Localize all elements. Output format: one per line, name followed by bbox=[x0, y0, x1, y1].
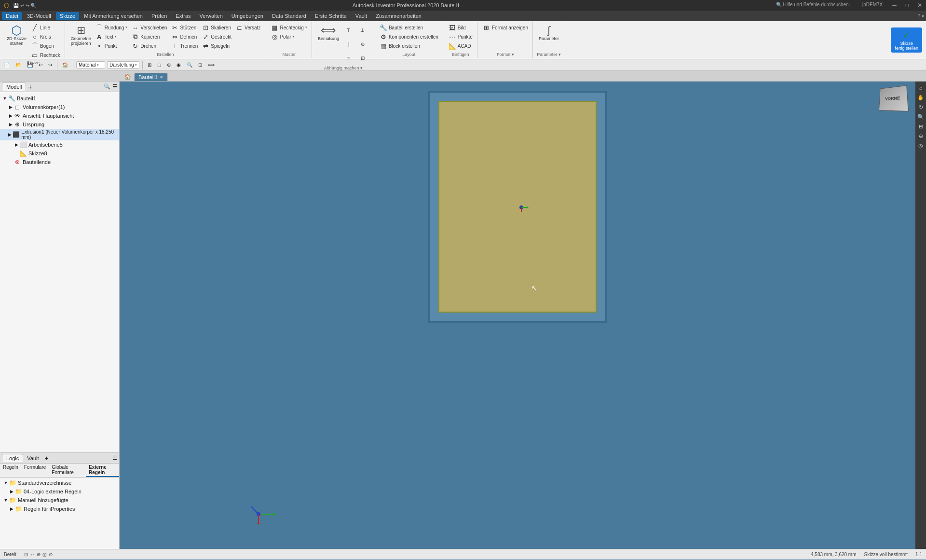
param-dd-arrow[interactable]: ▾ bbox=[558, 52, 561, 57]
search-icon[interactable]: 🔍 bbox=[104, 83, 110, 90]
doc-tab-bauteil1[interactable]: Bauteil1 ✕ bbox=[134, 73, 168, 81]
logic-item-regeln-properties[interactable]: ▶ 📁 Regeln für iProperties bbox=[1, 505, 118, 513]
logic-item-manuell[interactable]: ▼ 📁 Manuell hinzugefügte bbox=[1, 496, 118, 505]
btn-bauteil-erstellen[interactable]: 🔧 Bauteil erstellen bbox=[378, 23, 440, 32]
menu-data-standard[interactable]: Data Standard bbox=[268, 12, 310, 20]
tb-view7[interactable]: ⟺ bbox=[206, 62, 217, 68]
btn-geometrie-projizieren[interactable]: ⊞ Geometrieprojizieren bbox=[69, 23, 93, 47]
btn-bemaszung[interactable]: ⟺ Bemaßung bbox=[316, 23, 341, 42]
btn-trennen[interactable]: ⊥ Trennen bbox=[169, 41, 199, 50]
btn-2d-skizze[interactable]: ⬡ 2D-Skizzestarten bbox=[5, 23, 28, 47]
btn-acad[interactable]: 📐 ACAD bbox=[447, 41, 474, 50]
expand-vk[interactable]: ▶ bbox=[8, 104, 14, 110]
tb-new[interactable]: 📄 bbox=[2, 62, 12, 68]
sb-icon3[interactable]: ⊕ bbox=[37, 552, 41, 557]
btn-text[interactable]: A Text▾ bbox=[94, 32, 129, 41]
menu-zusammenarbeiten[interactable]: Zusammenarbeiten bbox=[372, 12, 425, 20]
maximize-button[interactable]: □ bbox=[905, 2, 909, 9]
btn-block-erstellen[interactable]: ▦ Block erstellen bbox=[378, 41, 440, 50]
btn-stutzen[interactable]: ✂ Stützen bbox=[169, 23, 199, 32]
btn-linie[interactable]: ╱ Linie bbox=[29, 23, 62, 32]
btn-constraint1[interactable]: ⊤ bbox=[342, 23, 355, 37]
expand-skizze8[interactable] bbox=[14, 150, 19, 156]
btn-rechteck[interactable]: ▭ Rechteck bbox=[29, 51, 62, 59]
menu-umgebungen[interactable]: Umgebungen bbox=[228, 12, 267, 20]
logic-item-04logic[interactable]: ▶ 📁 04-Logic externe Regeln bbox=[1, 487, 118, 496]
btn-punkt[interactable]: • Punkt bbox=[94, 41, 129, 50]
tb-home[interactable]: 🏠 bbox=[60, 62, 70, 68]
sub-tab-globale[interactable]: Globale Formulare bbox=[49, 464, 86, 477]
tb-save[interactable]: 💾 bbox=[25, 62, 35, 68]
darstellung-dropdown[interactable]: Darstellung ▾ bbox=[107, 61, 139, 68]
nav-btn-zoom[interactable]: 🔍 bbox=[916, 112, 925, 121]
btn-dehnen[interactable]: ⇔ Dehnen bbox=[169, 32, 199, 41]
sb-icon1[interactable]: ⊡ bbox=[24, 552, 28, 557]
btn-gestreckt[interactable]: ⤢ Gestreckt bbox=[200, 32, 233, 41]
expand-ext[interactable]: ▶ bbox=[7, 132, 13, 137]
menu-datei[interactable]: Datei bbox=[2, 12, 22, 20]
menu-pruefen[interactable]: Prüfen bbox=[148, 12, 171, 20]
btn-bogen[interactable]: ⌒ Bogen bbox=[29, 41, 62, 50]
add-panel-tab[interactable]: + bbox=[26, 83, 34, 91]
material-dropdown[interactable]: Material ▾ bbox=[76, 61, 105, 68]
minimize-button[interactable]: ─ bbox=[892, 2, 897, 9]
nav-btn-zoom-all[interactable]: ⊞ bbox=[916, 122, 925, 131]
menu-anmerkung[interactable]: Mit Anmerkung versehen bbox=[80, 12, 147, 20]
sub-tab-regeln[interactable]: Regeln bbox=[0, 464, 21, 477]
btn-constraint5[interactable]: ≡ bbox=[342, 51, 355, 65]
btn-bild[interactable]: 🖼 Bild bbox=[447, 23, 474, 32]
canvas-area[interactable]: VORNE bbox=[120, 82, 926, 549]
abh-arrow[interactable]: ▾ bbox=[360, 66, 363, 70]
tab-vault[interactable]: Vault bbox=[23, 454, 42, 462]
tb-open[interactable]: 📂 bbox=[14, 62, 23, 68]
sub-tab-formulare[interactable]: Formulare bbox=[21, 464, 49, 477]
menu-extras[interactable]: Extras bbox=[172, 12, 194, 20]
expand-rp[interactable]: ▶ bbox=[9, 506, 14, 512]
sub-tab-externe[interactable]: Externe Regeln bbox=[86, 464, 119, 477]
tree-item-ursprung[interactable]: ▶ ⊕ Ursprung bbox=[0, 120, 119, 129]
tb-view2[interactable]: ◻ bbox=[155, 62, 163, 68]
expand-manuell[interactable]: ▼ bbox=[3, 497, 9, 503]
viewcube-box[interactable]: VORNE bbox=[879, 85, 909, 111]
tree-item-volumenkoerper[interactable]: ▶ ◻ Volumenkörper(1) bbox=[0, 103, 119, 111]
menu-skizze[interactable]: Skizze bbox=[56, 12, 79, 20]
sb-icon4[interactable]: ◎ bbox=[42, 552, 47, 557]
tb-view5[interactable]: 🔍 bbox=[185, 62, 194, 68]
btn-constraint3[interactable]: ∥ bbox=[342, 37, 355, 51]
btn-rechteckig[interactable]: ▦ Rechteckig▾ bbox=[269, 23, 308, 32]
tb-redo[interactable]: ↪ bbox=[46, 62, 54, 68]
tb-undo[interactable]: ↩ bbox=[37, 62, 44, 68]
close-button[interactable]: ✕ bbox=[917, 2, 922, 9]
tree-item-extrusion1[interactable]: ▶ ⬛ Extrusion1 (Neuer Volumenkörper x 18… bbox=[0, 129, 119, 140]
expand-ansicht[interactable]: ▶ bbox=[8, 113, 14, 119]
tb-view1[interactable]: ⊞ bbox=[146, 62, 153, 68]
expand-std[interactable]: ▼ bbox=[3, 480, 9, 486]
btn-kopieren[interactable]: ⧉ Kopieren bbox=[130, 32, 168, 41]
btn-punkte[interactable]: ⋯ Punkte bbox=[447, 32, 474, 41]
expand-be[interactable] bbox=[8, 159, 14, 165]
nav-btn-rotate[interactable]: ↻ bbox=[916, 103, 925, 111]
btn-skalieren[interactable]: ⊡ Skalieren bbox=[200, 23, 233, 32]
sb-icon5[interactable]: ⊙ bbox=[49, 552, 53, 557]
logic-item-standardverzeichnisse[interactable]: ▼ 📁 Standardverzeichnisse bbox=[1, 478, 118, 487]
panel-menu-icon[interactable]: ☰ bbox=[112, 83, 117, 90]
expand-04logic[interactable]: ▶ bbox=[9, 489, 14, 494]
btn-rundung[interactable]: ⌒ Rundung▾ bbox=[94, 23, 129, 32]
titlebar-controls[interactable]: 🔍 Hilfe und Befehle durchsuchen... jhDEM… bbox=[776, 2, 922, 9]
btn-kreis[interactable]: ○ Kreis bbox=[29, 32, 62, 41]
tab-logic[interactable]: Logic bbox=[2, 454, 23, 462]
menu-erste-schritte[interactable]: Erste Schritte bbox=[311, 12, 351, 20]
btn-format-anzeigen[interactable]: ⊞ Format anzeigen bbox=[481, 23, 530, 32]
home-tab-icon[interactable]: 🏠 bbox=[122, 73, 134, 81]
btn-parameter[interactable]: ∫ Parameter bbox=[537, 23, 561, 42]
format-dd-arrow[interactable]: ▾ bbox=[512, 52, 514, 57]
btn-drehen[interactable]: ↻ Drehen bbox=[130, 41, 168, 50]
expand-ae5[interactable]: ▶ bbox=[14, 142, 19, 148]
help-icon[interactable]: ? ▾ bbox=[918, 14, 924, 19]
menu-vault[interactable]: Vault bbox=[352, 12, 371, 20]
viewcube[interactable]: VORNE bbox=[878, 86, 912, 120]
menu-3d-modell[interactable]: 3D-Modell bbox=[23, 12, 55, 20]
nav-btn-hand[interactable]: ✋ bbox=[916, 93, 925, 102]
btn-constraint2[interactable]: ⊥ bbox=[356, 23, 369, 37]
btn-verschieben[interactable]: ↔ Verschieben bbox=[130, 23, 168, 32]
